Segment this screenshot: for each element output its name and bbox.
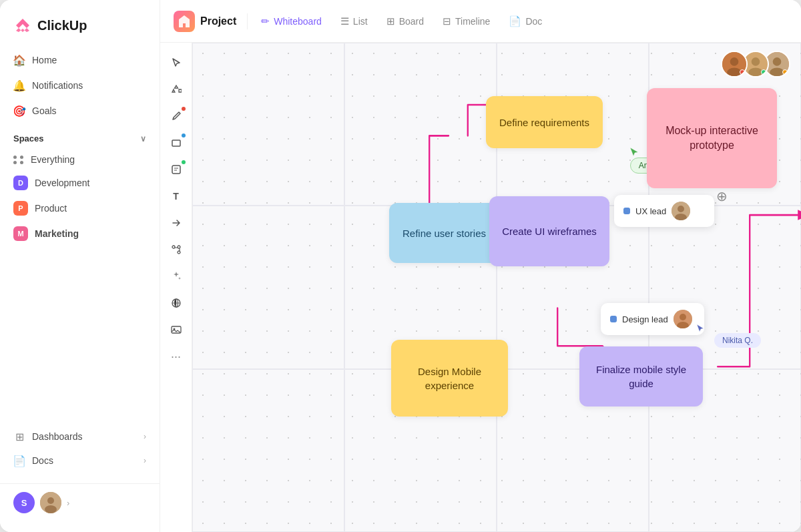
space-marketing[interactable]: M Marketing — [5, 221, 154, 246]
tab-list[interactable]: ☰ List — [332, 10, 376, 33]
space-marketing-label: Marketing — [35, 228, 79, 239]
svg-marker-1 — [16, 28, 29, 32]
svg-point-8 — [178, 251, 180, 254]
tool-text[interactable]: T — [164, 184, 188, 208]
dashboards-chevron: › — [144, 432, 146, 441]
project-header: Project — [174, 11, 236, 32]
ux-lead-card: UX lead — [614, 195, 714, 227]
ux-lead-text: UX lead — [635, 206, 666, 216]
tool-globe[interactable] — [164, 291, 188, 315]
tool-connect[interactable] — [164, 238, 188, 262]
tool-ai[interactable] — [164, 264, 188, 288]
tool-arrow[interactable] — [164, 211, 188, 235]
card-define-req[interactable]: Define requirements — [486, 96, 603, 148]
collaborator-avatars — [726, 51, 790, 77]
marketing-badge: M — [13, 226, 28, 241]
main-content: Project ✏ Whiteboard ☰ List ⊞ Board ⊟ Ti… — [160, 0, 801, 532]
nav-docs[interactable]: 📄 Docs › — [5, 449, 154, 473]
card-create-ui[interactable]: Create UI wireframes — [489, 196, 609, 266]
svg-point-7 — [172, 246, 175, 248]
card-refine-user-label: Refine user stories — [403, 226, 486, 240]
nav-dashboards[interactable]: ⊞ Dashboards › — [5, 425, 154, 449]
nav-goals[interactable]: 🎯 Goals — [5, 99, 154, 123]
product-badge: P — [13, 201, 28, 216]
spaces-chevron[interactable]: ∨ — [140, 134, 146, 144]
doc-tab-label: Doc — [525, 16, 542, 27]
svg-point-18 — [752, 57, 760, 66]
svg-point-27 — [680, 314, 686, 320]
card-design-mobile[interactable]: Design Mobile experience — [391, 340, 508, 417]
card-finalize-mobile-label: Finalize mobile style guide — [590, 362, 692, 390]
svg-point-3 — [47, 497, 54, 504]
card-mockup-label: Mock-up interactive prototype — [657, 123, 766, 154]
space-everything[interactable]: Everything — [5, 149, 154, 170]
development-badge: D — [13, 176, 28, 190]
tool-rectangle[interactable] — [164, 131, 188, 155]
nav-dashboards-label: Dashboards — [32, 431, 83, 442]
tool-note[interactable] — [164, 158, 188, 182]
main-nav: 🏠 Home 🔔 Notifications 🎯 Goals — [0, 48, 160, 123]
svg-point-9 — [178, 246, 180, 248]
sidebar: ClickUp 🏠 Home 🔔 Notifications 🎯 Goals S… — [0, 0, 160, 532]
board-tab-label: Board — [399, 16, 424, 27]
whiteboard-canvas[interactable]: Andrew K. UX lead Design lead — [192, 43, 801, 532]
svg-point-15 — [730, 57, 739, 66]
tool-image[interactable] — [164, 318, 188, 342]
ux-lead-dot — [623, 208, 630, 214]
move-cursor-icon: ⊕ — [716, 188, 728, 204]
space-development[interactable]: D Development — [5, 170, 154, 196]
timeline-tab-label: Timeline — [455, 16, 490, 27]
user-avatar-photo — [40, 492, 61, 513]
design-lead-text: Design lead — [622, 314, 668, 324]
space-development-label: Development — [35, 178, 90, 188]
docs-chevron: › — [144, 456, 146, 465]
home-icon: 🏠 — [13, 54, 25, 66]
bell-icon: 🔔 — [13, 79, 25, 91]
logo: ClickUp — [0, 11, 160, 48]
design-lead-avatar — [674, 310, 692, 328]
goals-icon: 🎯 — [13, 105, 25, 117]
doc-tab-icon: 📄 — [509, 15, 521, 27]
nav-home-label: Home — [32, 55, 57, 65]
tool-pencil[interactable] — [164, 104, 188, 128]
space-product[interactable]: P Product — [5, 196, 154, 221]
tab-whiteboard[interactable]: ✏ Whiteboard — [253, 10, 330, 33]
svg-rect-6 — [172, 166, 180, 174]
svg-point-24 — [678, 206, 684, 212]
tool-shapes[interactable] — [164, 77, 188, 101]
svg-point-4 — [45, 505, 57, 513]
card-refine-user[interactable]: Refine user stories — [389, 203, 499, 263]
design-lead-dot — [610, 316, 617, 322]
tool-more[interactable]: ··· — [164, 344, 188, 368]
everything-icon — [13, 156, 24, 164]
card-finalize-mobile[interactable]: Finalize mobile style guide — [579, 346, 703, 407]
ux-lead-avatar — [672, 202, 690, 220]
nav-docs-label: Docs — [32, 455, 53, 466]
dashboards-icon: ⊞ — [13, 431, 25, 443]
topbar: Project ✏ Whiteboard ☰ List ⊞ Board ⊟ Ti… — [160, 0, 801, 43]
user-chevron[interactable]: › — [67, 498, 69, 508]
nav-notifications[interactable]: 🔔 Notifications — [5, 73, 154, 97]
nav-home[interactable]: 🏠 Home — [5, 48, 154, 72]
spaces-label: Spaces — [13, 134, 44, 144]
card-mockup[interactable]: Mock-up interactive prototype — [647, 88, 777, 188]
space-everything-label: Everything — [31, 154, 75, 165]
cursor-nikita — [696, 323, 706, 339]
timeline-tab-icon: ⊟ — [443, 15, 451, 27]
project-icon — [174, 11, 195, 32]
tab-board[interactable]: ⊞ Board — [378, 10, 432, 33]
nav-goals-label: Goals — [32, 105, 57, 116]
whiteboard-tab-icon: ✏ — [261, 15, 270, 27]
drawing-toolbar: T ··· — [160, 43, 192, 532]
tool-cursor[interactable] — [164, 51, 188, 75]
avatar-1 — [721, 51, 748, 77]
card-design-mobile-label: Design Mobile experience — [402, 364, 497, 392]
list-tab-icon: ☰ — [340, 15, 349, 27]
tab-timeline[interactable]: ⊟ Timeline — [435, 10, 498, 33]
nikita-label: Nikita Q. — [714, 333, 761, 348]
design-lead-card: Design lead — [601, 303, 704, 335]
nav-notifications-label: Notifications — [32, 80, 83, 91]
board-tab-icon: ⊞ — [386, 15, 395, 27]
tab-doc[interactable]: 📄 Doc — [501, 10, 550, 33]
clickup-logo-icon — [13, 16, 32, 35]
